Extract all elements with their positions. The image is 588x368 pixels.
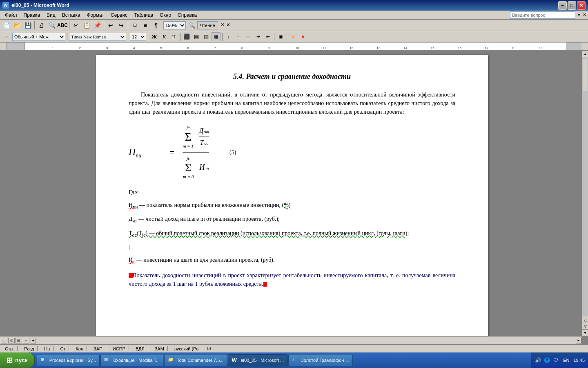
styles-dropdown-btn[interactable]: ≡	[2, 32, 11, 42]
copy-button[interactable]: 📋	[82, 20, 91, 30]
line-spacing-button[interactable]: ↕	[224, 32, 233, 41]
vertical-scrollbar[interactable]: ▲ △ ▽ ▼	[581, 51, 588, 336]
open-button[interactable]: 📂	[12, 20, 22, 30]
close-help-icon[interactable]: ✕	[583, 12, 586, 18]
decrease-indent-button[interactable]: ⇤	[263, 32, 272, 41]
taskbar-item-process-explorer[interactable]: ⚙ Process Explorer - Sy...	[37, 354, 100, 366]
scroll-down-button[interactable]: ▼	[582, 330, 588, 336]
music-icon: ♪	[292, 357, 298, 364]
scroll-track[interactable]	[582, 57, 588, 316]
normal-view-button[interactable]: ▭	[1, 338, 7, 343]
security-icon[interactable]: 🛡	[552, 357, 559, 364]
ruler-tick-12: 12	[350, 46, 353, 50]
menu-table[interactable]: Таблица	[131, 11, 156, 19]
where-label: Где:	[129, 188, 455, 197]
font-color-button[interactable]: A	[298, 32, 307, 41]
paste-button[interactable]: 📌	[92, 20, 102, 30]
print-button[interactable]: 🖨	[36, 20, 46, 30]
zoom-icon[interactable]: 🔍	[187, 20, 196, 30]
help-input[interactable]	[510, 11, 575, 19]
taskbar-item-total-commander[interactable]: 📁 Total Commander 7.5...	[164, 354, 227, 366]
undo-button[interactable]: ↩	[106, 20, 116, 30]
spell-button[interactable]: ABC	[58, 20, 67, 30]
h-scroll-left-button[interactable]: ◄	[30, 338, 36, 343]
scroll-page-up[interactable]: △	[582, 316, 588, 323]
italic-button[interactable]: К	[160, 32, 169, 41]
increase-indent-button[interactable]: ⇥	[254, 32, 263, 41]
web-view-button[interactable]: ◎	[8, 338, 15, 343]
new-button[interactable]: 📄	[2, 20, 11, 30]
formatting-toolbar: ≡ Обычный + Меж Times New Roman 12 10 14…	[0, 31, 588, 43]
window-controls[interactable]: – □ ✕	[558, 1, 586, 10]
def-line-cursor: |	[129, 243, 455, 251]
bullets-button[interactable]: ≡	[244, 32, 253, 41]
network-icon[interactable]: 🌐	[543, 357, 550, 364]
taskbar-item-word[interactable]: W el00_05 - Microsoft ...	[228, 354, 287, 366]
style-select[interactable]: Обычный + Меж	[12, 33, 65, 41]
volume-icon[interactable]: 🔊	[535, 357, 541, 364]
maximize-button[interactable]: □	[568, 1, 576, 10]
taskbar-item-music[interactable]: ♪ Золотой Граммофон ...	[288, 354, 352, 366]
fmt-sep-1	[67, 33, 67, 41]
start-button[interactable]: ⊞ пуск	[0, 352, 35, 368]
bold-button[interactable]: Ж	[150, 32, 159, 41]
border-button[interactable]: ▣	[276, 32, 285, 41]
status-page: Стр.	[2, 346, 18, 351]
status-kol: Кол	[72, 346, 87, 351]
taskbar-label-mozilla: Входящие - Mozilla T...	[113, 358, 160, 363]
menu-help[interactable]: Справка	[174, 11, 200, 19]
sum-lower-limit: m = 1	[183, 143, 193, 150]
print-view-button[interactable]: ▤	[16, 338, 22, 343]
left-margin-indicator	[7, 43, 25, 50]
scroll-thumb[interactable]	[583, 59, 587, 92]
columns-button[interactable]: ≡	[140, 20, 150, 30]
minimize-button[interactable]: –	[558, 1, 567, 10]
highlight-block: 4Показатель доходности инвестиций в прое…	[129, 271, 455, 288]
menu-window[interactable]: Окно	[156, 11, 174, 19]
status-ispr: ИСПР	[109, 346, 129, 351]
read-mode-button[interactable]: Чтение	[197, 21, 218, 29]
menu-file[interactable]: Файл	[2, 11, 20, 19]
show-hide-button[interactable]: ¶	[151, 20, 161, 30]
language-indicator[interactable]: EN	[561, 358, 571, 363]
menu-insert[interactable]: Вставка	[59, 11, 84, 19]
align-right-button[interactable]: ▥	[202, 32, 211, 41]
align-justify-button[interactable]: ▦	[212, 32, 220, 41]
mozilla-icon: ✉	[104, 357, 111, 364]
taskbar-item-mozilla[interactable]: ✉ Входящие - Mozilla T...	[100, 354, 163, 366]
font-select[interactable]: Times New Roman	[69, 33, 126, 41]
ruler-tick-11: 11	[323, 46, 326, 50]
fmt-sep-7	[287, 33, 287, 41]
numbering-button[interactable]: ≔	[234, 32, 243, 41]
zoom-select[interactable]: 150% 100% 75%	[163, 21, 186, 29]
save-button[interactable]: 💾	[23, 20, 33, 30]
preview-button[interactable]: 🔍	[47, 20, 57, 30]
menu-tools[interactable]: Сервис	[107, 11, 131, 19]
outline-view-button[interactable]: ≡	[23, 338, 29, 343]
size-select[interactable]: 12 10 14	[130, 33, 146, 41]
table-button[interactable]: ⊞	[130, 20, 140, 30]
horizontal-scrollbar-area[interactable]: ▭ ◎ ▤ ≡ ◄ ►	[0, 336, 581, 344]
status-vdl: ВДЛ	[132, 346, 148, 351]
word-icon: W	[232, 357, 238, 364]
close-toolbar-icon[interactable]: ✕	[220, 22, 225, 28]
underline-button[interactable]: Ч	[169, 32, 178, 41]
cut-button[interactable]: ✂	[71, 20, 81, 30]
menu-edit[interactable]: Правка	[20, 11, 44, 19]
align-center-button[interactable]: ▤	[192, 32, 201, 41]
h-scroll-right-button[interactable]: ►	[576, 338, 581, 343]
help-arrow-icon[interactable]: ▼	[577, 13, 581, 17]
scroll-page-down[interactable]: ▽	[582, 323, 588, 330]
total-commander-icon: 📁	[168, 357, 174, 364]
ruler-tick-7: 7	[214, 46, 216, 50]
scroll-up-button[interactable]: ▲	[582, 51, 588, 57]
redo-button[interactable]: ↪	[116, 20, 126, 30]
dcht-var: Дчт	[129, 216, 137, 222]
menu-format[interactable]: Формат	[83, 11, 107, 19]
close-button[interactable]: ✕	[577, 1, 586, 10]
highlight-button[interactable]: A	[289, 32, 298, 41]
menu-view[interactable]: Вид	[43, 11, 59, 19]
document-area[interactable]: 5.4. Расчет и сравнение доходности Показ…	[0, 51, 588, 344]
close-toolbar-icon2[interactable]: ✕	[226, 22, 230, 28]
align-left-button[interactable]: ⬛	[182, 32, 191, 41]
